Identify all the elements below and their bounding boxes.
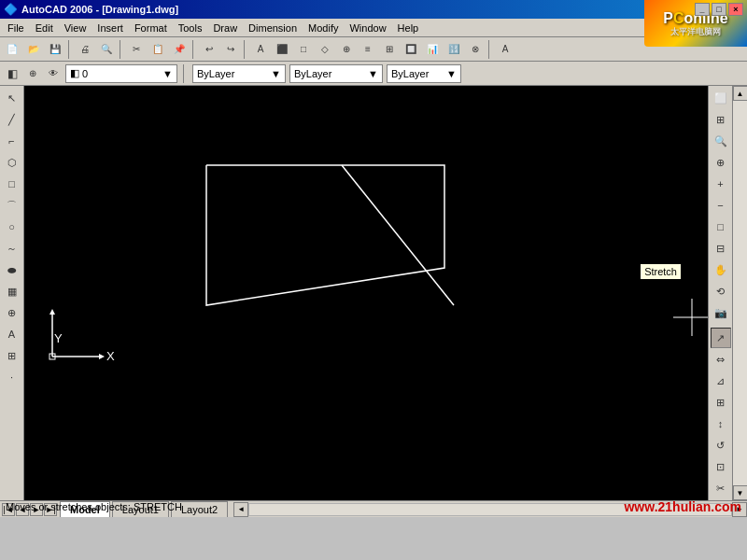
title-bar: 🔷 AutoCAD 2006 - [Drawing1.dwg] _ □ × PC… xyxy=(0,0,747,19)
linetype-value: ByLayer xyxy=(294,68,331,79)
x-arrow xyxy=(99,354,105,359)
scroll-track-v[interactable] xyxy=(733,101,748,485)
tb-btn-g[interactable]: ⊞ xyxy=(379,39,400,60)
zoom-dynamic-button[interactable]: ⊞ xyxy=(711,109,731,130)
zoom-center-button[interactable]: ⊕ xyxy=(711,152,731,173)
pick-button[interactable]: ↖ xyxy=(2,88,22,108)
vertical-scrollbar[interactable]: ▲ ▼ xyxy=(732,86,747,500)
menu-bar: File Edit View Insert Format Tools Draw … xyxy=(0,19,747,37)
tb-btn-i[interactable]: 📊 xyxy=(422,39,443,60)
tb-btn-a[interactable]: A xyxy=(250,39,271,60)
polyline-button[interactable]: ⌐ xyxy=(2,131,22,151)
tb-btn-j[interactable]: 🔢 xyxy=(444,39,464,60)
minimize-button[interactable]: _ xyxy=(695,3,710,16)
drawing-canvas[interactable]: Y X Stretch xyxy=(24,86,708,500)
rotate-button[interactable]: ↺ xyxy=(711,435,731,455)
canvas-row: ↖ ╱ ⌐ ⬡ □ ⌒ ○ ～ ⬬ ▦ ⊕ A ⊞ · xyxy=(0,86,747,500)
scroll-left-button[interactable]: ◄ xyxy=(233,502,248,517)
close-button[interactable]: × xyxy=(728,3,743,16)
menu-draw[interactable]: Draw xyxy=(207,21,243,35)
hatch-button[interactable]: ▦ xyxy=(2,281,22,301)
circle-button[interactable]: ○ xyxy=(2,217,22,237)
right-toolbar: ⬜ ⊞ 🔍 ⊕ + − □ ⊟ ✋ ⟲ 📷 ↗ ⇔ ⊿ ⊞ ↕ ↺ ⊡ ✂ xyxy=(708,86,732,500)
stretch-button[interactable]: ↗ xyxy=(711,328,731,348)
zoom-out-button[interactable]: − xyxy=(711,195,731,216)
line-button[interactable]: ╱ xyxy=(2,109,22,130)
zoom-scale-button[interactable]: 🔍 xyxy=(711,131,731,151)
menu-file[interactable]: File xyxy=(2,21,30,35)
zoom-window-button[interactable]: ⬜ xyxy=(711,88,731,108)
x-axis-label: X xyxy=(106,349,115,363)
color-dropdown[interactable]: ByLayer ▼ xyxy=(192,64,286,83)
print-button[interactable]: 🖨 xyxy=(75,39,95,60)
zoom-extents-button[interactable]: ⊟ xyxy=(711,238,731,259)
layer-dropdown[interactable]: ◧ 0 ▼ xyxy=(65,64,177,83)
sep5 xyxy=(488,40,492,59)
maximize-button[interactable]: □ xyxy=(712,3,726,16)
tb-btn-c[interactable]: □ xyxy=(293,39,314,60)
zoom-in-button[interactable]: + xyxy=(711,174,731,194)
trim-button[interactable]: ✂ xyxy=(711,478,731,498)
menu-window[interactable]: Window xyxy=(344,21,391,35)
menu-edit[interactable]: Edit xyxy=(30,21,59,35)
sep-layer xyxy=(183,64,187,83)
region-button[interactable]: ⊕ xyxy=(2,302,22,323)
insert-button[interactable]: ⊞ xyxy=(2,345,22,366)
copy-button[interactable]: 📋 xyxy=(148,39,168,60)
sep1 xyxy=(68,40,72,59)
tb-btn-b[interactable]: ⬛ xyxy=(272,39,292,60)
tb-btn-e[interactable]: ⊕ xyxy=(336,39,357,60)
mirror-button[interactable]: ⇔ xyxy=(711,349,731,370)
title-bar-controls: _ □ × xyxy=(695,3,743,16)
paste-button[interactable]: 📌 xyxy=(169,39,190,60)
tb-btn-h[interactable]: 🔲 xyxy=(401,39,421,60)
linetype-dropdown[interactable]: ByLayer ▼ xyxy=(289,64,383,83)
text-button[interactable]: A xyxy=(2,324,22,344)
stretch-tooltip: Stretch xyxy=(640,263,682,280)
preview-button[interactable]: 🔍 xyxy=(96,39,117,60)
move-button[interactable]: ↕ xyxy=(711,413,731,434)
cut-button[interactable]: ✂ xyxy=(126,39,147,60)
diagonal-line xyxy=(342,165,454,305)
point-button[interactable]: · xyxy=(2,367,22,387)
array-button[interactable]: ⊞ xyxy=(711,392,731,413)
layer-manager-button[interactable]: ◧ xyxy=(4,65,21,82)
layer-visibility-button[interactable]: 👁 xyxy=(45,65,62,82)
save-button[interactable]: 💾 xyxy=(45,39,65,60)
scroll-down-button[interactable]: ▼ xyxy=(733,485,748,500)
offset-button[interactable]: ⊿ xyxy=(711,371,731,391)
menu-format[interactable]: Format xyxy=(129,21,173,35)
redo-button[interactable]: ↪ xyxy=(220,39,241,60)
arc-button[interactable]: ⌒ xyxy=(2,195,22,216)
camera-button[interactable]: 📷 xyxy=(711,302,731,323)
main-content: ↖ ╱ ⌐ ⬡ □ ⌒ ○ ～ ⬬ ▦ ⊕ A ⊞ · xyxy=(0,86,747,441)
drawing-svg: Y X xyxy=(24,86,708,500)
pan-button[interactable]: ✋ xyxy=(711,259,731,280)
ellipse-button[interactable]: ⬬ xyxy=(2,259,22,280)
sep3 xyxy=(192,40,196,59)
website-text: www.21hulian.com xyxy=(624,499,741,514)
menu-dimension[interactable]: Dimension xyxy=(243,21,303,35)
menu-help[interactable]: Help xyxy=(392,21,425,35)
new-button[interactable]: 📄 xyxy=(2,39,22,60)
menu-insert[interactable]: Insert xyxy=(92,21,129,35)
menu-tools[interactable]: Tools xyxy=(173,21,208,35)
menu-modify[interactable]: Modify xyxy=(303,21,344,35)
zoom-all-button[interactable]: □ xyxy=(711,217,731,237)
tb-btn-f[interactable]: ≡ xyxy=(358,39,378,60)
spline-button[interactable]: ～ xyxy=(2,238,22,259)
lineweight-dropdown[interactable]: ByLayer ▼ xyxy=(387,64,461,83)
layer-props-button[interactable]: ⊕ xyxy=(24,65,41,82)
rect-button[interactable]: □ xyxy=(2,174,22,194)
orbit-button[interactable]: ⟲ xyxy=(711,281,731,301)
undo-button[interactable]: ↩ xyxy=(199,39,219,60)
tb-btn-l[interactable]: A xyxy=(495,39,515,60)
scale-button[interactable]: ⊡ xyxy=(711,456,731,477)
scroll-up-button[interactable]: ▲ xyxy=(733,86,748,101)
layer-chevron: ▼ xyxy=(162,68,173,79)
polygon-button[interactable]: ⬡ xyxy=(2,152,22,173)
open-button[interactable]: 📂 xyxy=(23,39,44,60)
menu-view[interactable]: View xyxy=(59,21,92,35)
tb-btn-d[interactable]: ◇ xyxy=(315,39,335,60)
tb-btn-k[interactable]: ⊗ xyxy=(465,39,486,60)
